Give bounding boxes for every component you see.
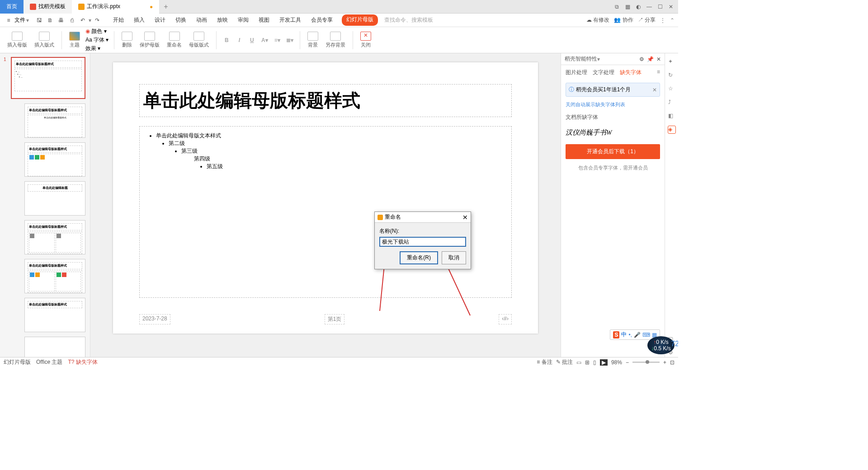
close-autoshow-link[interactable]: 关闭自动展示缺失字体列表 [561,99,665,110]
layout-thumb[interactable]: 单击此处编辑母版标题样式 [11,142,88,177]
ime-voice-icon[interactable]: 🎤 [634,332,641,338]
date-placeholder[interactable]: 2023-7-28 [139,314,170,324]
new-tab-button[interactable]: + [159,3,172,11]
numbering-button[interactable]: ≣▾ [285,36,294,45]
menu-design[interactable]: 设计 [154,14,166,26]
saveas-icon[interactable]: 🗎 [45,15,55,25]
menu-start[interactable]: 开始 [112,14,125,26]
fonts-dropdown[interactable]: Aa 字体 ▾ [85,36,108,44]
status-mode[interactable]: 幻灯片母版 [4,358,31,366]
zoom-in-button[interactable]: + [663,359,666,366]
zoom-level[interactable]: 98% [611,359,622,366]
comments-toggle[interactable]: ✎ 批注 [556,358,573,366]
side-ai-icon[interactable]: ✦ [668,58,676,66]
rtab-menu-icon[interactable]: ≡ [657,69,660,76]
underline-button[interactable]: U [247,36,256,45]
preview-icon[interactable]: ⎙ [67,15,77,25]
insert-master[interactable]: 插入母版 [5,32,29,48]
fit-button[interactable]: ⊡ [670,359,675,366]
menu-slidemaster[interactable]: 幻灯片母版 [342,14,378,26]
download-button[interactable]: 开通会员后下载（1） [566,144,660,159]
view-slideshow-icon[interactable]: ▶ [600,359,608,366]
protect-master[interactable]: 保护母版 [138,32,161,48]
cloud-status[interactable]: ☁ 有修改 [586,16,609,24]
promo-banner[interactable]: ⓘ稻壳会员买1年送1个月 ✕ [566,83,660,97]
menu-insert[interactable]: 插入 [133,14,146,26]
side-docer-icon[interactable]: ◈ [668,126,676,134]
side-export-icon[interactable]: ⤴ [668,99,676,107]
notes-toggle[interactable]: ≡ 备注 [537,358,552,366]
layout-thumb[interactable]: 单击此处编辑母版标题样式单击此处编辑母版样式 [11,103,88,138]
master-layout[interactable]: 母版版式 [187,32,211,48]
command-search[interactable]: 查找命令、搜索模板 [384,16,433,24]
rtab-fonts[interactable]: 缺失字体 [620,69,642,76]
font-color-button[interactable]: A▾ [260,36,269,45]
layout-thumb[interactable]: 单击此处编辑标题 [11,181,88,216]
menu-member[interactable]: 会员专享 [310,14,334,26]
menu-icon[interactable]: ≡ [4,15,14,25]
redo-icon[interactable]: ↷ [92,15,102,25]
effects-dropdown[interactable]: 效果 ▾ [85,45,108,52]
close-master[interactable]: ✕关闭 [359,32,373,48]
bold-button[interactable]: B [222,36,231,45]
layout-thumb[interactable]: 单击此处编辑母版标题样式 [11,298,88,332]
ime-lang[interactable]: 中 [621,331,627,338]
rename[interactable]: 重命名 [165,32,184,48]
file-menu[interactable]: 文件 [14,16,25,24]
italic-button[interactable]: I [235,36,244,45]
save-background[interactable]: 另存背景 [324,32,347,48]
menu-transition[interactable]: 切换 [175,14,187,26]
menu-review[interactable]: 审阅 [237,14,250,26]
network-widget[interactable]: ↑0 K/s ↓0.5 K/s 72 [647,336,675,354]
master-thumb[interactable]: 1单击此处编辑母版标题样式• ... • ... • ... [11,57,88,99]
status-theme[interactable]: Office 主题 [36,358,62,366]
maximize-button[interactable]: ☐ [656,2,665,11]
delete[interactable]: 删除 [120,32,134,48]
side-sync-icon[interactable]: ↻ [668,71,676,80]
tab-templates[interactable]: 找稻壳模板 [24,0,72,14]
apps-icon[interactable]: ▦ [623,2,632,11]
avatar-icon[interactable]: ◐ [634,2,643,11]
dialog-close-button[interactable]: ✕ [462,214,468,221]
rtab-image[interactable]: 图片处理 [566,69,587,76]
layout-thumb[interactable]: 单击此处编辑母版标题样式 [11,220,88,254]
view-sorter-icon[interactable]: ⊞ [585,359,590,366]
bullets-button[interactable]: ≡▾ [273,36,282,45]
rtab-text[interactable]: 文字处理 [593,69,614,76]
background[interactable]: 背景 [306,32,320,48]
slide-master[interactable]: 单击此处编辑母版标题样式 单击此处编辑母版文本样式 第二级 第三级 第四级 第五… [113,62,538,334]
layout-thumb[interactable] [11,337,88,357]
view-normal-icon[interactable]: ▭ [576,359,581,366]
slide-title-placeholder[interactable]: 单击此处编辑母版标题样式 [139,84,512,117]
menu-view[interactable]: 视图 [258,14,270,26]
ime-punct-icon[interactable]: •, [628,332,632,338]
menu-dev[interactable]: 开发工具 [278,14,302,26]
thumbnail-panel[interactable]: 1单击此处编辑母版标题样式• ... • ... • ... 单击此处编辑母版标… [0,53,90,357]
settings-icon[interactable]: ⚙ [639,56,644,62]
share-button[interactable]: ↗ 分享 [638,16,656,24]
coop-button[interactable]: 👥 协作 [614,16,633,24]
banner-close-icon[interactable]: ✕ [652,87,657,93]
zoom-slider[interactable] [632,362,660,363]
menu-slideshow[interactable]: 放映 [216,14,229,26]
pagenum-placeholder[interactable]: ‹#› [499,314,512,324]
minimize-button[interactable]: — [645,2,654,11]
undo-icon[interactable]: ↶ [78,15,88,25]
ime-keyboard-icon[interactable]: ⌨ [642,332,650,338]
dialog-titlebar[interactable]: 重命名 ✕ [375,212,471,223]
save-icon[interactable]: 🖫 [34,15,44,25]
menu-animation[interactable]: 动画 [195,14,208,26]
status-missing-fonts[interactable]: T? 缺失字体 [68,358,97,366]
pin-icon[interactable]: 📌 [647,56,654,62]
cancel-button[interactable]: 取消 [442,251,466,264]
colors-dropdown[interactable]: ◉ 颜色 ▾ [85,28,108,35]
tab-document[interactable]: 工作演示.pptx● [72,0,159,14]
insert-layout[interactable]: 插入版式 [33,32,56,48]
name-input[interactable] [379,237,466,247]
footer-placeholder[interactable]: 第1页 [325,314,345,324]
side-star-icon[interactable]: ☆ [668,85,676,93]
view-reading-icon[interactable]: ▯ [593,359,596,366]
rename-confirm-button[interactable]: 重命名(R) [400,251,438,264]
theme[interactable]: 主题 [67,32,82,48]
layout-icon[interactable]: ⧉ [612,2,621,11]
